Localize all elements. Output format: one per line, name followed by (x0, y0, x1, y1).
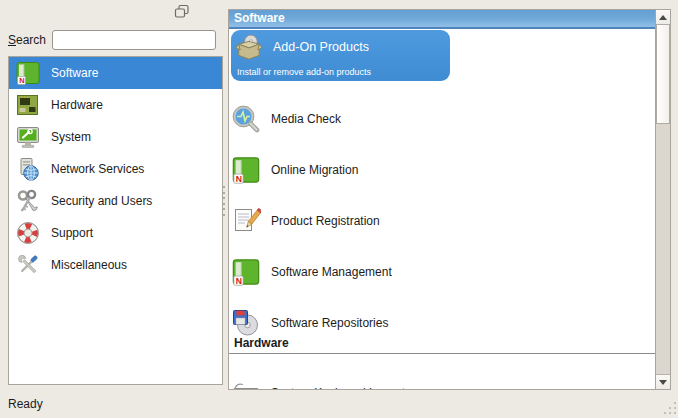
sidebar-item-support[interactable]: Support (9, 217, 222, 249)
search-input[interactable] (52, 30, 216, 50)
search-label-rest: earch (16, 33, 46, 47)
sidebar-item-label: Security and Users (51, 194, 152, 208)
sidebar-item-label: Network Services (51, 162, 144, 176)
software-package-icon: N (15, 60, 41, 86)
scroll-up-button[interactable] (656, 10, 670, 25)
sidebar-item-software[interactable]: N Software (9, 57, 222, 89)
category-list: N Software Hardware (8, 56, 223, 385)
sidebar-item-system[interactable]: System (9, 121, 222, 153)
status-text: Ready (8, 397, 43, 411)
keyboard-icon (231, 378, 261, 389)
module-list: Add-On Products Install or remove add-on… (229, 29, 655, 389)
svg-text:N: N (236, 174, 242, 184)
software-package-icon: N (231, 155, 261, 185)
sidebar-item-label: Miscellaneous (51, 258, 127, 272)
window-resize-grip[interactable] (662, 402, 676, 416)
sidebar-item-hardware[interactable]: Hardware (9, 89, 222, 121)
module-item-label: Software Management (271, 265, 392, 279)
module-item-label: Product Registration (271, 214, 380, 228)
module-item-product-registration[interactable]: Product Registration (229, 205, 655, 237)
module-item-label: Online Migration (271, 163, 358, 177)
magnifier-pulse-icon (231, 104, 261, 134)
scroll-down-button[interactable] (656, 374, 670, 389)
document-pencil-icon (231, 206, 261, 236)
restore-window-icon[interactable] (174, 4, 190, 19)
module-item-online-migration[interactable]: N Online Migration (229, 154, 655, 186)
section-divider (229, 353, 655, 354)
panel-splitter-handle[interactable] (222, 186, 226, 216)
section-header-hardware: Hardware (234, 336, 289, 350)
system-monitor-icon (15, 124, 41, 150)
module-item-subtitle: Install or remove add-on products (237, 67, 371, 77)
module-item-label: System Keyboard Layout (271, 386, 405, 389)
sidebar-item-label: System (51, 130, 91, 144)
sidebar-item-label: Software (51, 66, 98, 80)
software-package-icon: N (231, 257, 261, 287)
tools-icon (15, 252, 41, 278)
lifebuoy-icon (15, 220, 41, 246)
floppy-cd-icon (231, 308, 261, 338)
network-globe-icon (15, 156, 41, 182)
sidebar-item-security-and-users[interactable]: Security and Users (9, 185, 222, 217)
svg-text:N: N (236, 276, 242, 286)
keys-icon (15, 188, 41, 214)
down-arrow-icon (659, 380, 667, 385)
vertical-scrollbar[interactable] (655, 10, 670, 389)
hardware-board-icon (15, 92, 41, 118)
sidebar-item-label: Hardware (51, 98, 103, 112)
module-item-system-keyboard-layout[interactable]: System Keyboard Layout (229, 377, 655, 389)
module-item-software-management[interactable]: N Software Management (229, 256, 655, 288)
search-label: Search (8, 33, 46, 47)
module-panel: Software Add-On Products Install or rem (228, 9, 671, 390)
module-item-title: Add-On Products (273, 40, 369, 54)
module-item-add-on-products[interactable]: Add-On Products Install or remove add-on… (231, 30, 450, 81)
up-arrow-icon (659, 15, 667, 20)
module-item-software-repositories[interactable]: Software Repositories (229, 307, 655, 339)
sidebar-item-network-services[interactable]: Network Services (9, 153, 222, 185)
module-item-label: Media Check (271, 112, 341, 126)
sidebar-item-label: Support (51, 226, 93, 240)
scrollbar-thumb[interactable] (656, 24, 670, 124)
module-item-media-check[interactable]: Media Check (229, 103, 655, 135)
section-header-software: Software (229, 10, 670, 29)
svg-text:N: N (19, 76, 24, 85)
search-label-mnemonic: S (8, 33, 16, 47)
addon-box-cd-icon (235, 33, 263, 61)
sidebar-item-miscellaneous[interactable]: Miscellaneous (9, 249, 222, 281)
module-item-label: Software Repositories (271, 316, 388, 330)
